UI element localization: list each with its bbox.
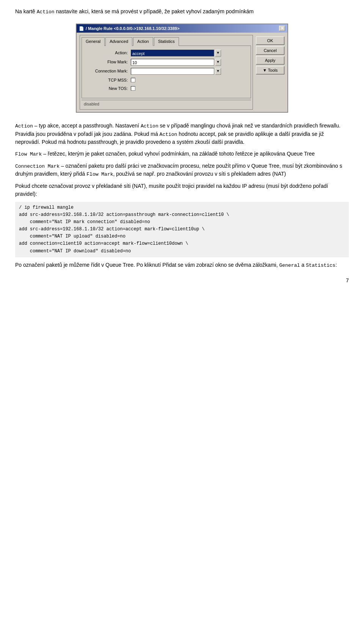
- tab-general[interactable]: General: [82, 37, 105, 46]
- queue-tree-text: Po označení paketů je můžeme řídit v Que…: [15, 261, 349, 269]
- close-button[interactable]: ✕: [279, 26, 285, 31]
- page-number-text: 7: [346, 277, 349, 283]
- dialog-left-panel: General Advanced Action Statistics Actio…: [80, 35, 253, 110]
- titlebar-left: 📄 / Mangle Rule <0.0.0.0/0->192.168.1.10…: [79, 25, 179, 32]
- connection-mark-code: Connection Mark: [15, 164, 60, 169]
- new-tos-checkbox[interactable]: [131, 86, 135, 91]
- dialog-body: General Advanced Action Statistics Actio…: [77, 33, 287, 112]
- field-connection-mark: Connection Mark: ▼: [86, 68, 247, 75]
- field-new-tos: New TOS:: [86, 85, 247, 92]
- page-number: 7: [15, 277, 349, 285]
- tab-content-action: Action: accept ▼ Flow Mark: 10 ▼: [82, 46, 251, 98]
- flow-mark-code-2: Flow Mark: [86, 172, 113, 177]
- cancel-button[interactable]: Cancel: [256, 46, 284, 55]
- action-code-3: Action: [160, 132, 177, 137]
- nat-intro-text: Pokud chcete označovat provoz v překlada…: [15, 182, 349, 198]
- dialog-icon: 📄: [79, 25, 84, 32]
- label-new-tos: New TOS:: [86, 85, 129, 92]
- field-action: Action: accept ▼: [86, 50, 247, 57]
- dialog-wrapper: 📄 / Mangle Rule <0.0.0.0/0->192.168.1.10…: [15, 24, 349, 113]
- tools-button[interactable]: ▼ Tools: [256, 66, 284, 74]
- general-code: General: [279, 263, 300, 268]
- flow-mark-description: Flow Mark – řetězec, kterým je paket ozn…: [15, 150, 349, 158]
- action-description: Action – typ akce, accept a passthrough.…: [15, 122, 349, 146]
- label-flow-mark: Flow Mark:: [86, 59, 129, 65]
- status-bar: disabled: [82, 100, 251, 108]
- field-tcp-mss: TCP MSS:: [86, 77, 247, 83]
- flow-mark-code: Flow Mark: [15, 151, 42, 157]
- tab-statistics[interactable]: Statistics: [154, 37, 179, 46]
- dialog-right-buttons: OK Cancel Apply ▼ Tools: [256, 35, 284, 110]
- tab-bar: General Advanced Action Statistics: [80, 35, 253, 46]
- intro-paragraph: Na kartě Action nastavíte akci, která se…: [15, 8, 349, 16]
- label-connection-mark: Connection Mark:: [86, 68, 129, 74]
- dialog-titlebar: 📄 / Mangle Rule <0.0.0.0/0->192.168.1.10…: [77, 24, 287, 33]
- statistics-code: Statistics: [306, 263, 336, 268]
- connection-mark-input[interactable]: [131, 68, 214, 75]
- tab-action[interactable]: Action: [133, 37, 153, 46]
- flow-mark-field-group: 10 ▼: [131, 59, 221, 66]
- mangle-rule-dialog: 📄 / Mangle Rule <0.0.0.0/0->192.168.1.10…: [76, 24, 288, 113]
- action-field-group: accept ▼: [131, 50, 221, 57]
- connection-mark-description: Connection Mark – označení paketu pro da…: [15, 162, 349, 178]
- status-text: disabled: [84, 102, 99, 106]
- connection-mark-field-group: ▼: [131, 68, 221, 75]
- body-text: Action – typ akce, accept a passthrough.…: [15, 122, 349, 269]
- label-action: Action:: [86, 50, 129, 56]
- action-input[interactable]: accept: [131, 50, 214, 57]
- tab-advanced[interactable]: Advanced: [105, 37, 132, 46]
- ok-button[interactable]: OK: [256, 36, 284, 45]
- field-flow-mark: Flow Mark: 10 ▼: [86, 59, 247, 66]
- action-code-2: Action: [141, 123, 158, 129]
- flow-mark-dropdown-arrow[interactable]: ▼: [215, 59, 221, 66]
- label-tcp-mss: TCP MSS:: [86, 77, 129, 83]
- intro-action-code: Action: [37, 9, 55, 15]
- tcp-mss-checkbox[interactable]: [131, 78, 135, 82]
- apply-button[interactable]: Apply: [256, 56, 284, 65]
- action-dropdown-arrow[interactable]: ▼: [215, 50, 221, 57]
- action-code-1: Action: [15, 123, 33, 129]
- dialog-title: / Mangle Rule <0.0.0.0/0->192.168.1.10/3…: [86, 25, 179, 32]
- connection-mark-dropdown-arrow[interactable]: ▼: [215, 68, 221, 75]
- code-block: / ip firewall mangle add src-address=192…: [15, 202, 349, 257]
- flow-mark-input[interactable]: 10: [131, 59, 214, 66]
